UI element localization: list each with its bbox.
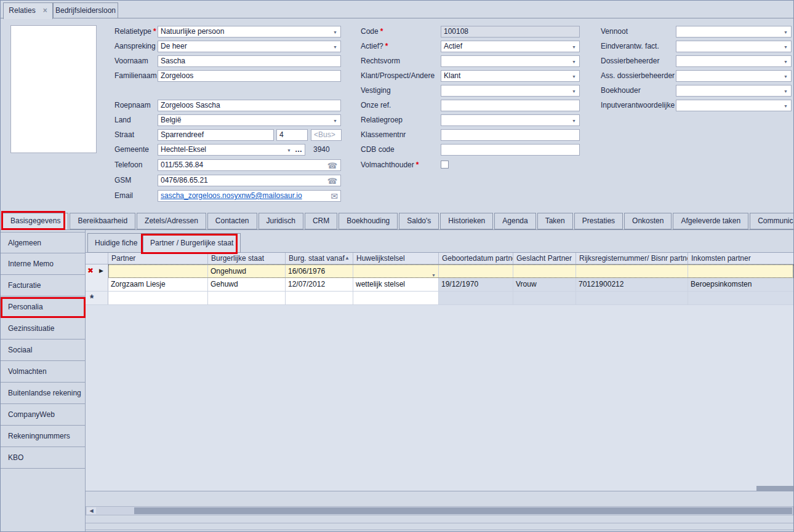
vestiging-dropdown[interactable]: ▼ bbox=[441, 85, 580, 97]
tab-contacten[interactable]: Contacten bbox=[207, 213, 257, 229]
scrollbar-thumb[interactable] bbox=[134, 507, 792, 514]
tab-crm[interactable]: CRM bbox=[305, 213, 337, 229]
bus-input[interactable]: <Bus> bbox=[311, 129, 342, 141]
cell-rijksregisternummer[interactable] bbox=[576, 265, 688, 277]
column-header-geslacht-partner[interactable]: Geslacht Partner bbox=[513, 253, 576, 264]
chevron-down-icon[interactable]: ▼ bbox=[572, 119, 576, 123]
cell-partner[interactable] bbox=[108, 292, 208, 304]
straat-input[interactable]: Sparrendreef bbox=[158, 129, 274, 141]
cell-geslacht-partner[interactable] bbox=[513, 292, 576, 304]
dossierbeheerder-dropdown[interactable]: ▼ bbox=[676, 55, 792, 67]
land-dropdown[interactable]: België▼ bbox=[158, 114, 341, 126]
roepnaam-input[interactable]: Zorgeloos Sascha bbox=[158, 100, 341, 111]
tab-boekhouding[interactable]: Boekhouding bbox=[339, 213, 398, 229]
sidebar-item-sociaal[interactable]: Sociaal bbox=[1, 339, 85, 361]
cell-huwelijkstelsel[interactable]: wettelijk stelsel bbox=[353, 278, 439, 291]
onze-ref-input[interactable] bbox=[441, 100, 580, 111]
gemeente-combobox[interactable]: Hechtel-Eksel▼… bbox=[158, 144, 305, 156]
sidebar-item-volmachten[interactable]: Volmachten bbox=[1, 361, 85, 383]
tab-relaties[interactable]: Relaties× bbox=[3, 2, 53, 19]
tab-bereikbaarheid[interactable]: Bereikbaarheid bbox=[70, 213, 135, 229]
voornaam-input[interactable]: Sascha bbox=[158, 55, 341, 67]
sidebar-item-kbo[interactable]: KBO bbox=[1, 447, 85, 469]
chevron-down-icon[interactable]: ▼ bbox=[572, 74, 576, 79]
chevron-down-icon[interactable]: ▼ bbox=[784, 30, 788, 34]
table-row[interactable]: Zorgzaam Liesje Gehuwd 12/07/2012 wettel… bbox=[86, 278, 793, 292]
email-input[interactable]: sascha_zorgeloos.nosyxnw5@mailosaur.io✉ bbox=[158, 190, 341, 202]
chevron-down-icon[interactable]: ▼ bbox=[333, 30, 337, 34]
cell-partner[interactable]: Zorgzaam Liesje bbox=[108, 278, 208, 291]
column-header-inkomsten-partner[interactable]: Inkomsten partner bbox=[688, 253, 793, 264]
cell-huwelijkstelsel-editor[interactable]: ▼ bbox=[353, 265, 439, 277]
cell-huwelijkstelsel[interactable] bbox=[353, 292, 439, 304]
sidebar-item-rekeningnummers[interactable]: Rekeningnummers bbox=[1, 426, 85, 447]
cdb-code-input[interactable] bbox=[441, 144, 580, 156]
klassementnr-input[interactable] bbox=[441, 129, 580, 141]
sidebar-item-facturatie[interactable]: Facturatie bbox=[1, 275, 85, 296]
chevron-down-icon[interactable]: ▼ bbox=[572, 89, 576, 93]
cell-inkomsten-partner[interactable] bbox=[688, 292, 793, 304]
cell-geboortedatum-partner[interactable]: 19/12/1970 bbox=[439, 278, 513, 291]
chevron-down-icon[interactable]: ▼ bbox=[333, 45, 337, 49]
chevron-down-icon[interactable]: ▼ bbox=[784, 89, 788, 93]
cell-inkomsten-partner[interactable]: Beroepsinkomsten bbox=[688, 278, 793, 291]
tab-communicator[interactable]: Communicator bbox=[750, 213, 793, 229]
tab-bedrijfsleidersloon[interactable]: Bedrijfsleidersloon bbox=[53, 2, 118, 18]
chevron-down-icon[interactable]: ▼ bbox=[784, 74, 788, 79]
cell-inkomsten-partner[interactable] bbox=[688, 265, 793, 277]
tab-agenda[interactable]: Agenda bbox=[494, 213, 535, 229]
column-header-geboortedatum-partner[interactable]: Geboortedatum partner bbox=[439, 253, 513, 264]
cell-burg-staat-vanaf[interactable] bbox=[286, 292, 353, 304]
huisnummer-input[interactable]: 4 bbox=[276, 129, 308, 141]
cell-geslacht-partner[interactable] bbox=[513, 265, 576, 277]
tab-historieken[interactable]: Historieken bbox=[440, 213, 493, 229]
chevron-down-icon[interactable]: ▼ bbox=[287, 148, 291, 153]
horizontal-scrollbar[interactable]: ◀ bbox=[86, 506, 793, 515]
tab-zetels-adressen[interactable]: Zetels/Adressen bbox=[137, 213, 206, 229]
sidebar-item-companyweb[interactable]: CompanyWeb bbox=[1, 404, 85, 426]
cell-geboortedatum-partner[interactable] bbox=[439, 292, 513, 304]
tab-juridisch[interactable]: Juridisch bbox=[259, 213, 303, 229]
phone-icon[interactable]: ☎ bbox=[327, 176, 337, 186]
cell-geslacht-partner[interactable]: Vrouw bbox=[513, 278, 576, 291]
column-header-huwelijkstelsel[interactable]: Huwelijkstelsel bbox=[353, 253, 439, 264]
chevron-down-icon[interactable]: ▼ bbox=[333, 119, 337, 123]
cell-burg-staat-vanaf[interactable]: 12/07/2012 bbox=[286, 278, 353, 291]
tab-taken[interactable]: Taken bbox=[537, 213, 573, 229]
inputverantwoordelijke-dropdown[interactable]: ▼ bbox=[676, 100, 792, 111]
sidebar-item-algemeen[interactable]: Algemeen bbox=[1, 232, 85, 253]
familienaam-input[interactable]: Zorgeloos bbox=[158, 70, 341, 82]
column-header-burg-staat-vanaf[interactable]: ▲Burg. staat vanaf bbox=[286, 253, 353, 264]
cell-burg-staat-vanaf[interactable]: 16/06/1976 bbox=[286, 265, 353, 277]
subtab-huidige-fiche[interactable]: Huidige fiche bbox=[87, 233, 145, 253]
phone-icon[interactable]: ☎ bbox=[327, 161, 337, 171]
chevron-down-icon[interactable]: ▼ bbox=[784, 45, 788, 49]
table-row-new[interactable]: * bbox=[86, 292, 793, 305]
volmachthouder-checkbox[interactable] bbox=[441, 161, 449, 169]
tab-saldos[interactable]: Saldo's bbox=[399, 213, 439, 229]
tab-prestaties[interactable]: Prestaties bbox=[574, 213, 623, 229]
close-icon[interactable]: × bbox=[43, 6, 47, 15]
chevron-down-icon[interactable]: ▼ bbox=[784, 104, 788, 108]
scroll-left-arrow[interactable]: ◀ bbox=[87, 507, 96, 514]
cell-burgerlijke-staat[interactable] bbox=[208, 292, 286, 304]
sidebar-item-buitenlandse-rekening[interactable]: Buitenlandse rekening bbox=[1, 383, 85, 404]
eindverantw-fact-dropdown[interactable]: ▼ bbox=[676, 41, 792, 52]
mail-icon[interactable]: ✉ bbox=[331, 191, 338, 202]
column-header-burgerlijke-staat[interactable]: Burgerlijke staat bbox=[208, 253, 286, 264]
cell-burgerlijke-staat[interactable]: Ongehuwd bbox=[208, 265, 286, 277]
photo-placeholder[interactable] bbox=[10, 25, 97, 153]
klant-prospect-dropdown[interactable]: Klant▼ bbox=[441, 70, 580, 82]
sidebar-item-interne-memo[interactable]: Interne Memo bbox=[1, 253, 85, 275]
email-link[interactable]: sascha_zorgeloos.nosyxnw5@mailosaur.io bbox=[161, 191, 302, 200]
telefoon-input[interactable]: 011/55.36.84☎ bbox=[158, 159, 341, 171]
ass-dossierbeheerder-dropdown[interactable]: ▼ bbox=[676, 70, 792, 82]
cell-partner[interactable] bbox=[109, 265, 208, 277]
relatietype-dropdown[interactable]: Natuurlijke persoon▼ bbox=[158, 26, 341, 38]
chevron-down-icon[interactable]: ▼ bbox=[784, 60, 788, 64]
gsm-input[interactable]: 0476/86.65.21☎ bbox=[158, 175, 341, 186]
relatiegroep-dropdown[interactable]: ▼ bbox=[441, 114, 580, 126]
cell-rijksregisternummer[interactable] bbox=[576, 292, 688, 304]
rechtsvorm-dropdown[interactable]: ▼ bbox=[441, 55, 580, 67]
column-header-rijksregisternummer[interactable]: Rijksregisternummer/ Bisnr partner bbox=[576, 253, 688, 264]
